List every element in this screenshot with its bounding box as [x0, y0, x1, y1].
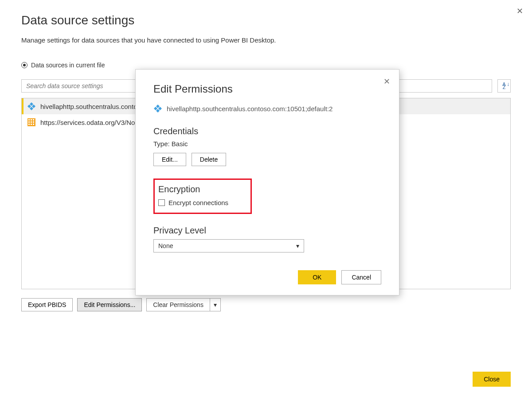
svg-marker-1 [30, 107, 33, 110]
svg-rect-7 [33, 119, 34, 120]
cancel-button[interactable]: Cancel [341, 270, 381, 284]
privacy-level-value: None [158, 242, 173, 249]
sort-button[interactable]: A Z ↓ [497, 79, 511, 93]
clear-permissions-button[interactable]: Clear Permissions ▾ [146, 298, 221, 311]
ok-button[interactable]: OK [298, 270, 336, 284]
svg-marker-15 [156, 109, 160, 113]
encryption-section-highlight: Encryption Encrypt connections [153, 179, 252, 214]
edit-credentials-button[interactable]: Edit... [153, 153, 186, 166]
dialog-title: Edit Permissions [153, 83, 381, 95]
encrypt-connections-checkbox[interactable]: Encrypt connections [158, 199, 244, 206]
odata-icon [27, 118, 36, 127]
hive-icon [153, 104, 162, 113]
radio-label: Data sources in current file [31, 62, 105, 69]
checkbox-icon [158, 199, 165, 206]
svg-marker-14 [156, 105, 160, 108]
svg-marker-0 [30, 102, 33, 106]
export-pbids-button[interactable]: Export PBIDS [21, 298, 73, 311]
delete-credentials-button[interactable]: Delete [192, 153, 226, 166]
svg-rect-6 [31, 119, 32, 120]
credentials-type: Type: Basic [153, 140, 381, 148]
edit-permissions-button[interactable]: Edit Permissions... [77, 298, 142, 311]
privacy-heading: Privacy Level [153, 225, 381, 236]
chevron-down-icon[interactable]: ▾ [210, 299, 220, 311]
svg-rect-12 [31, 124, 32, 125]
edit-permissions-dialog: ✕ Edit Permissions hivellaphttp.southcen… [135, 69, 399, 295]
credentials-heading: Credentials [153, 126, 381, 136]
chevron-down-icon: ▾ [296, 242, 299, 249]
svg-marker-16 [154, 107, 157, 110]
svg-rect-8 [28, 121, 30, 123]
data-source-path: hivellaphttp.southcentralus.contoso.com:… [167, 105, 332, 113]
svg-marker-17 [158, 107, 162, 110]
hive-icon [27, 102, 36, 111]
encryption-heading: Encryption [158, 184, 244, 194]
page-title: Data source settings [21, 13, 511, 27]
radio-icon [21, 62, 27, 68]
svg-marker-2 [27, 105, 31, 108]
checkbox-label: Encrypt connections [168, 199, 228, 206]
svg-rect-9 [31, 121, 32, 123]
close-button[interactable]: Close [473, 372, 511, 387]
svg-marker-3 [32, 105, 35, 108]
svg-rect-13 [33, 124, 34, 125]
privacy-level-select[interactable]: None ▾ [153, 239, 304, 252]
page-description: Manage settings for data sources that yo… [21, 36, 511, 44]
svg-rect-5 [28, 119, 30, 120]
svg-rect-10 [33, 121, 34, 123]
close-icon[interactable]: ✕ [516, 6, 523, 16]
radio-data-sources-current-file[interactable]: Data sources in current file [21, 62, 511, 69]
close-icon[interactable]: ✕ [383, 77, 390, 86]
svg-rect-11 [28, 124, 30, 125]
clear-permissions-label: Clear Permissions [147, 299, 210, 311]
